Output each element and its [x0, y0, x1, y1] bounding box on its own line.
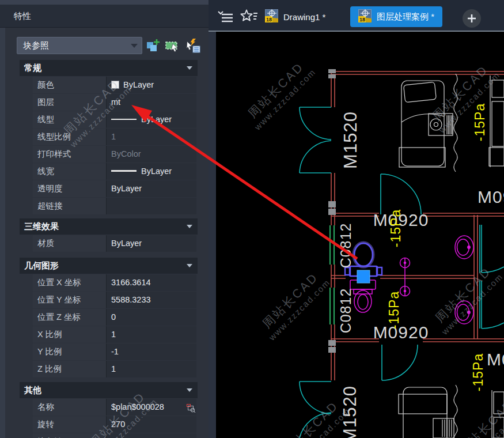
- property-label: Z 比例: [33, 361, 107, 377]
- properties-palette: 特性 块参照: [0, 0, 209, 438]
- property-row-linetype-scale: 线型比例 1: [33, 129, 196, 145]
- section-header-3d-effects[interactable]: 三维效果: [20, 218, 198, 235]
- property-value-lineweight[interactable]: ByLayer: [107, 163, 196, 180]
- property-row-color: 颜色 ByLayer: [33, 77, 196, 93]
- object-type-dropdown[interactable]: 块参照: [17, 37, 142, 54]
- property-label: 透明度: [33, 180, 107, 197]
- dwg-file-icon: 18: [358, 9, 372, 25]
- property-label: 打印样式: [33, 146, 107, 163]
- application-window: 特性 块参照: [0, 0, 504, 438]
- window-c0812: [330, 225, 334, 324]
- property-value-scale-x[interactable]: 1: [107, 326, 196, 343]
- plus-icon: [463, 9, 481, 28]
- property-label: 颜色: [33, 77, 107, 93]
- property-label: 线型比例: [33, 129, 107, 145]
- door-label: M1520: [340, 111, 361, 169]
- file-tab-bar: 18 Drawing1 * 18 图层处理案例 *: [209, 0, 504, 31]
- door-label: M09: [487, 350, 504, 369]
- property-grid: 常规 颜色 ByLayer 图层 mt 线型 ByLayer 线型比例: [20, 60, 198, 438]
- collapse-icon[interactable]: [187, 66, 192, 70]
- property-value-rotation[interactable]: 270: [107, 416, 196, 433]
- property-label: 超链接: [33, 198, 107, 214]
- pressure-label: -15Pa: [386, 291, 401, 329]
- property-value-plot-style[interactable]: ByColor: [107, 146, 196, 163]
- property-value-transparency[interactable]: ByLayer: [107, 180, 196, 197]
- property-row-rotation: 旋转 270: [33, 416, 196, 433]
- property-label: 注释性: [33, 433, 107, 438]
- property-value-linetype[interactable]: ByLayer: [107, 111, 196, 128]
- property-row-lineweight: 线宽 ByLayer: [33, 163, 196, 180]
- furniture: [399, 74, 504, 438]
- door-label: M1520: [340, 386, 360, 438]
- palette-titlebar[interactable]: 特性: [0, 5, 209, 28]
- property-label: 位置 X 坐标: [33, 274, 107, 291]
- property-value-scale-y[interactable]: -1: [107, 343, 196, 360]
- svg-text:18: 18: [359, 17, 365, 22]
- property-value-color[interactable]: ByLayer: [107, 77, 196, 93]
- property-label: Y 比例: [33, 343, 107, 360]
- property-label: 材质: [33, 235, 107, 252]
- door-label: M09: [478, 187, 504, 206]
- property-label: 图层: [33, 94, 107, 111]
- collapse-icon[interactable]: [187, 388, 192, 392]
- property-value-linetype-scale[interactable]: 1: [107, 129, 196, 145]
- favorites-star-icon[interactable]: [240, 7, 258, 27]
- property-row-position-z: 位置 Z 坐标 0: [33, 309, 196, 326]
- property-row-scale-z: Z 比例 1: [33, 361, 196, 377]
- grip-point[interactable]: [357, 270, 370, 283]
- floor-plan[interactable]: M1520 M1520 C0812 C0812 M0920 M0920 M09 …: [216, 32, 504, 438]
- dwg-file-icon: 18: [265, 9, 278, 25]
- section-header-other[interactable]: 其他: [20, 382, 198, 398]
- property-row-scale-y: Y 比例 -1: [33, 343, 196, 360]
- pressure-label: -15Pa: [471, 353, 486, 391]
- property-row-scale-x: X 比例 1: [33, 326, 196, 343]
- section-header-geometry[interactable]: 几何图形: [20, 258, 198, 274]
- property-value-hyperlink[interactable]: [107, 198, 196, 214]
- property-label: 旋转: [33, 416, 107, 433]
- pickadd-toggle-icon[interactable]: [145, 38, 161, 54]
- chevron-down-icon: [131, 44, 138, 48]
- linetype-sample: [111, 119, 137, 120]
- palette-top-strip: [0, 0, 209, 5]
- select-objects-icon[interactable]: [165, 38, 181, 54]
- property-row-name: 名称 $plan$000028: [33, 399, 196, 416]
- tab-drawing1[interactable]: 18 Drawing1 *: [259, 6, 331, 27]
- svg-text:18: 18: [266, 17, 272, 22]
- drawing-viewport[interactable]: M1520 M1520 C0812 C0812 M0920 M0920 M09 …: [209, 31, 504, 438]
- section-header-general[interactable]: 常规: [20, 60, 198, 76]
- collapse-icon[interactable]: [187, 264, 192, 267]
- property-label: 名称: [33, 399, 107, 416]
- property-row-hyperlink: 超链接: [33, 198, 196, 214]
- tab-layer-case-active[interactable]: 18 图层处理案例 *: [350, 6, 442, 27]
- property-value-name[interactable]: $plan$000028: [107, 399, 196, 416]
- property-row-linetype: 线型 ByLayer: [33, 111, 196, 128]
- property-row-material: 材质 ByLayer: [33, 235, 196, 252]
- property-value-position-y[interactable]: 5588.3233: [107, 292, 196, 308]
- tab-label: 图层处理案例 *: [377, 12, 434, 22]
- palette-grab-bar[interactable]: [0, 28, 5, 438]
- property-label: X 比例: [33, 326, 107, 343]
- quick-select-icon[interactable]: [185, 38, 201, 54]
- property-value-layer[interactable]: mt: [107, 94, 196, 111]
- object-type-value: 块参照: [23, 37, 49, 54]
- property-value-annotative[interactable]: [107, 433, 196, 438]
- pressure-label: -15Pa: [472, 103, 487, 141]
- collapse-icon[interactable]: [187, 225, 192, 228]
- window-label: C0812: [338, 223, 354, 269]
- property-row-position-y: 位置 Y 坐标 5588.3233: [33, 292, 196, 308]
- property-value-material[interactable]: ByLayer: [107, 235, 196, 252]
- property-value-position-z[interactable]: 0: [107, 309, 196, 326]
- property-value-scale-z[interactable]: 1: [107, 361, 196, 377]
- lineweight-sample: [111, 170, 137, 172]
- color-swatch: [111, 81, 119, 89]
- tab-menu-icon[interactable]: [217, 9, 233, 25]
- property-value-position-x[interactable]: 3166.3614: [107, 274, 196, 291]
- pressure-label: -15Pa: [388, 209, 403, 247]
- property-label: 位置 Z 坐标: [33, 309, 107, 326]
- block-select-icon[interactable]: [186, 402, 196, 416]
- property-row-plot-style: 打印样式 ByColor: [33, 146, 196, 163]
- property-label: 位置 Y 坐标: [33, 292, 107, 308]
- new-tab-button[interactable]: [463, 9, 481, 28]
- property-label: 线宽: [33, 163, 107, 180]
- property-row-annotative: 注释性: [33, 433, 196, 438]
